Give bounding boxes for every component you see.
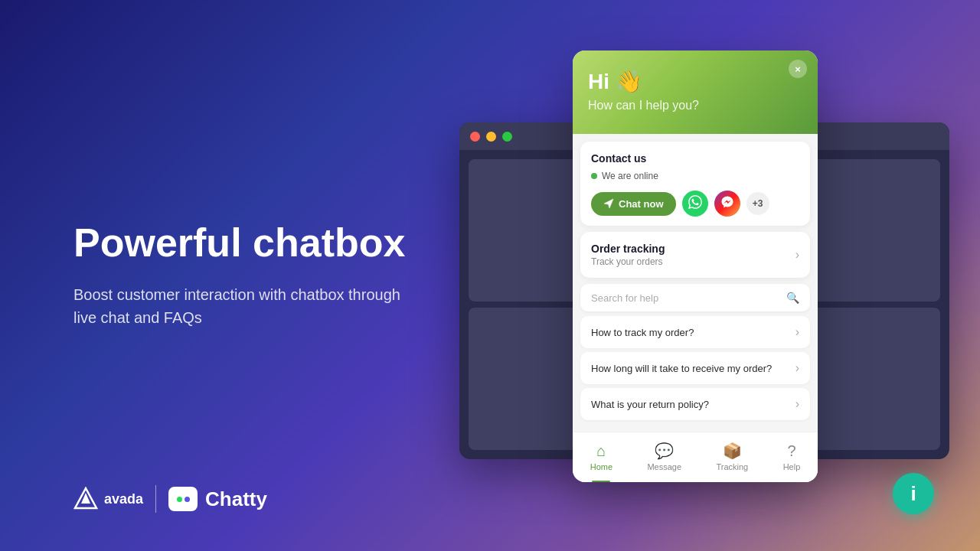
faq-text-2: How long will it take to receive my orde…	[591, 363, 772, 374]
search-container[interactable]: Search for help 🔍	[580, 284, 810, 311]
help-icon: ?	[787, 442, 795, 460]
info-button[interactable]: i	[893, 473, 934, 514]
logo-divider	[155, 485, 156, 513]
chat-nav: ⌂ Home 💬 Message 📦 Tracking ? Help	[573, 432, 818, 482]
nav-help-label: Help	[783, 462, 801, 471]
chat-body: Contact us We are online Chat now	[573, 134, 818, 432]
search-icon: 🔍	[786, 292, 799, 304]
main-heading: Powerful chatbox	[74, 221, 426, 265]
order-tracking-card[interactable]: Order tracking Track your orders ›	[580, 232, 810, 278]
whatsapp-icon	[688, 195, 702, 213]
online-status: We are online	[591, 171, 799, 181]
faq-chevron-2: ›	[795, 361, 799, 375]
order-tracking-chevron: ›	[795, 248, 799, 262]
order-tracking-subtitle: Track your orders	[591, 256, 665, 267]
more-channels-button[interactable]: +3	[746, 192, 769, 215]
chat-now-label: Chat now	[619, 198, 664, 210]
online-text: We are online	[602, 171, 658, 181]
avada-logo: avada	[74, 487, 143, 511]
logo-area: avada Chatty	[74, 485, 267, 513]
chatty-dot-1	[177, 497, 182, 502]
faq-text-3: What is your return policy?	[591, 399, 709, 410]
nav-home[interactable]: ⌂ Home	[578, 439, 625, 474]
nav-help[interactable]: ? Help	[771, 439, 813, 474]
chat-header: × Hi 👋 How can I help you?	[573, 51, 818, 134]
contact-card: Contact us We are online Chat now	[580, 142, 810, 226]
message-icon: 💬	[655, 442, 674, 460]
sub-text: Boost customer interaction with chatbox …	[74, 284, 426, 330]
home-icon: ⌂	[596, 442, 606, 460]
close-button[interactable]: ×	[789, 60, 807, 78]
browser-dot-yellow	[486, 132, 496, 142]
faq-chevron-1: ›	[795, 325, 799, 339]
faq-item-2[interactable]: How long will it take to receive my orde…	[580, 352, 810, 384]
nav-home-label: Home	[590, 462, 612, 471]
avada-label: avada	[104, 491, 143, 507]
whatsapp-button[interactable]	[682, 191, 708, 217]
faq-item-1[interactable]: How to track my order? ›	[580, 316, 810, 348]
messenger-icon	[720, 195, 734, 213]
chatty-label: Chatty	[205, 487, 267, 511]
browser-dot-green	[502, 132, 512, 142]
nav-message-label: Message	[647, 462, 681, 471]
faq-chevron-3: ›	[795, 397, 799, 411]
chat-widget: × Hi 👋 How can I help you? Contact us We…	[573, 51, 818, 482]
send-icon	[603, 198, 614, 209]
online-dot	[591, 173, 597, 179]
contact-title: Contact us	[591, 152, 799, 165]
browser-dot-red	[470, 132, 480, 142]
faq-text-1: How to track my order?	[591, 327, 694, 338]
search-placeholder: Search for help	[591, 292, 658, 304]
nav-tracking[interactable]: 📦 Tracking	[704, 439, 760, 474]
messenger-button[interactable]	[714, 191, 740, 217]
chat-now-button[interactable]: Chat now	[591, 192, 676, 216]
contact-actions: Chat now +3	[591, 191, 799, 217]
info-icon: i	[910, 482, 916, 506]
nav-tracking-label: Tracking	[716, 462, 748, 471]
chatty-icon	[168, 487, 198, 511]
chat-subgreeting: How can I help you?	[588, 99, 802, 112]
order-tracking-title: Order tracking	[591, 243, 665, 255]
chatty-logo: Chatty	[168, 487, 267, 511]
order-card-content: Order tracking Track your orders	[591, 243, 665, 267]
chat-greeting: Hi 👋	[588, 69, 802, 94]
tracking-icon: 📦	[723, 442, 742, 460]
chatty-dot-2	[185, 497, 190, 502]
faq-item-3[interactable]: What is your return policy? ›	[580, 388, 810, 420]
nav-message[interactable]: 💬 Message	[635, 439, 694, 474]
left-content: Powerful chatbox Boost customer interact…	[74, 221, 426, 329]
avada-icon	[74, 487, 98, 511]
